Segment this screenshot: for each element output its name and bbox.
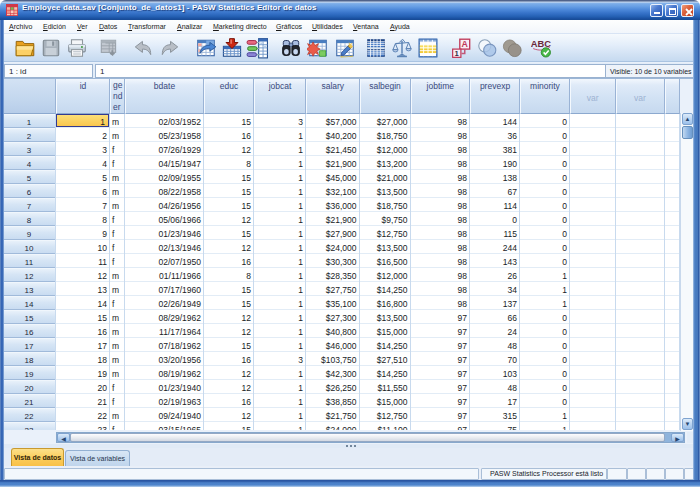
- svg-text:ABC: ABC: [531, 39, 551, 49]
- svg-text:1: 1: [455, 49, 460, 58]
- svg-text:A: A: [462, 39, 469, 49]
